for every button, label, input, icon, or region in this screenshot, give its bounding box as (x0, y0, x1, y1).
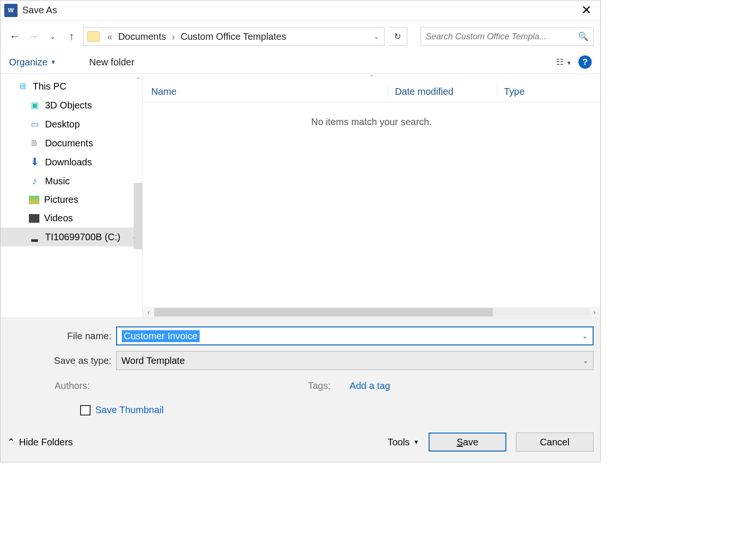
sidebar-item-documents[interactable]: 🗎 Documents (0, 134, 142, 153)
save-as-dialog: W Save As ✕ ← → ⌄ ↑ « Documents › Custom… (0, 0, 601, 462)
dialog-title: Save As (22, 5, 57, 16)
column-header-name[interactable]: Name (151, 86, 388, 97)
cancel-button[interactable]: Cancel (516, 433, 594, 452)
up-button[interactable]: ↑ (64, 29, 79, 44)
authors-label: Authors: (55, 380, 90, 391)
savetype-combo[interactable]: Word Template ⌄ (116, 351, 594, 370)
save-thumbnail-checkbox[interactable] (80, 405, 91, 415)
desktop-icon: ▭ (29, 118, 40, 130)
dropdown-icon: ▼ (50, 59, 56, 65)
savetype-label: Save as type: (7, 355, 116, 366)
view-options: ☷ ▼ ? (556, 55, 592, 69)
titlebar: W Save As ✕ (0, 0, 600, 20)
folder-icon (87, 31, 100, 42)
save-label-rest: ave (463, 437, 478, 448)
search-box[interactable]: 🔍 (421, 27, 594, 46)
sidebar-label: Documents (45, 138, 93, 149)
download-icon: ⬇ (29, 156, 40, 168)
hide-folders-label: Hide Folders (19, 437, 73, 448)
search-input[interactable] (426, 32, 578, 42)
footer-buttons: Tools ▼ Save Cancel (387, 433, 594, 452)
footer: ⌃ Hide Folders Tools ▼ Save Cancel (0, 424, 600, 462)
thumbnail-row: Save Thumbnail (7, 396, 594, 420)
dropdown-icon[interactable]: ⌄ (582, 332, 588, 340)
add-tag-link[interactable]: Add a tag (349, 380, 390, 391)
sidebar-label: Videos (44, 213, 73, 224)
sidebar-item-this-pc[interactable]: 🖥 This PC (0, 77, 142, 96)
scroll-up-icon[interactable]: ⌃ (134, 74, 142, 85)
sidebar-item-downloads[interactable]: ⬇ Downloads (0, 153, 142, 172)
sidebar-label: Downloads (45, 157, 92, 168)
videos-icon (29, 214, 39, 223)
close-button[interactable]: ✕ (577, 3, 596, 18)
dropdown-icon[interactable]: ⌄ (583, 357, 588, 364)
savetype-value: Word Template (121, 355, 185, 366)
filename-label: File name: (7, 331, 116, 342)
address-dropdown-icon[interactable]: ⌄ (371, 33, 382, 40)
drive-icon: ▂ (29, 231, 40, 243)
collapse-chevron-icon[interactable]: ⌃ (143, 74, 600, 81)
chevron-right-icon[interactable]: › (169, 31, 178, 42)
scroll-left-icon[interactable]: ‹ (143, 308, 154, 316)
scroll-right-icon[interactable]: › (589, 308, 600, 316)
sidebar-label: 3D Objects (45, 100, 92, 111)
horizontal-scrollbar[interactable]: ‹ › (143, 307, 600, 317)
tools-menu[interactable]: Tools ▼ (387, 437, 419, 448)
sidebar-item-videos[interactable]: Videos (0, 209, 142, 227)
sidebar-label: This PC (33, 81, 66, 92)
back-button[interactable]: ← (7, 29, 22, 44)
sidebar-label: Music (45, 176, 70, 187)
sidebar-item-drive-c[interactable]: ▂ TI10699700B (C:) ⌄ (0, 227, 142, 246)
view-mode-button[interactable]: ☷ ▼ (556, 57, 572, 67)
new-folder-button[interactable]: New folder (89, 57, 135, 68)
filename-value[interactable]: Customer Invoice (122, 330, 200, 342)
column-headers: Name Date modified Type (143, 81, 600, 102)
hide-folders-toggle[interactable]: ⌃ Hide Folders (7, 436, 73, 448)
chevron-up-icon: ⌃ (7, 436, 15, 448)
search-icon[interactable]: 🔍 (578, 31, 588, 42)
recent-chevron-icon[interactable]: ⌄ (45, 29, 60, 44)
file-list-pane: ⌃ Name Date modified Type No items match… (143, 74, 600, 317)
save-thumbnail-label[interactable]: Save Thumbnail (95, 405, 164, 415)
empty-message: No items match your search. (143, 102, 600, 307)
forward-button[interactable]: → (26, 29, 41, 44)
sidebar-label: Desktop (45, 119, 80, 130)
music-icon: ♪ (29, 175, 40, 187)
organize-menu[interactable]: Organize ▼ (9, 57, 56, 68)
sidebar-label: TI10699700B (C:) (45, 232, 120, 243)
sidebar-item-music[interactable]: ♪ Music (0, 172, 142, 190)
toolbar: Organize ▼ New folder ☷ ▼ ? (0, 51, 600, 74)
navigation-row: ← → ⌄ ↑ « Documents › Custom Office Temp… (0, 20, 600, 51)
main-area: ⌃ 🖥 This PC ▣ 3D Objects ▭ Desktop 🗎 Doc… (0, 74, 600, 318)
help-button[interactable]: ? (578, 55, 592, 69)
pictures-icon (29, 196, 39, 204)
organize-label: Organize (9, 57, 47, 68)
sidebar-item-desktop[interactable]: ▭ Desktop (0, 115, 142, 134)
breadcrumb-part[interactable]: Custom Office Templates (178, 31, 289, 42)
refresh-button[interactable]: ↻ (388, 27, 407, 46)
address-bar[interactable]: « Documents › Custom Office Templates ⌄ (83, 27, 385, 46)
form-area: File name: Customer Invoice ⌄ Save as ty… (0, 318, 600, 424)
column-header-date[interactable]: Date modified (388, 86, 497, 97)
save-button[interactable]: Save (429, 433, 506, 452)
savetype-row: Save as type: Word Template ⌄ (7, 351, 594, 370)
cube-icon: ▣ (29, 99, 40, 111)
scrollbar-track[interactable] (154, 308, 589, 316)
filename-combo[interactable]: Customer Invoice ⌄ (116, 326, 594, 345)
breadcrumb-part[interactable]: Documents (115, 31, 169, 42)
metadata-row: Authors: Tags: Add a tag (7, 376, 594, 396)
sidebar-item-3d-objects[interactable]: ▣ 3D Objects (0, 96, 142, 115)
monitor-icon: 🖥 (17, 81, 28, 92)
sidebar-label: Pictures (44, 194, 78, 205)
navigation-pane[interactable]: ⌃ 🖥 This PC ▣ 3D Objects ▭ Desktop 🗎 Doc… (0, 74, 143, 317)
sidebar-item-pictures[interactable]: Pictures (0, 190, 142, 209)
word-app-icon: W (4, 4, 18, 17)
document-icon: 🗎 (29, 137, 40, 149)
tools-label: Tools (387, 437, 410, 448)
breadcrumb-overflow[interactable]: « (104, 31, 115, 42)
scrollbar-thumb[interactable] (154, 308, 493, 316)
sidebar-scrollbar-thumb[interactable] (134, 183, 142, 249)
dropdown-icon: ▼ (413, 439, 419, 445)
column-header-type[interactable]: Type (497, 86, 592, 97)
tags-label: Tags: (308, 380, 330, 391)
